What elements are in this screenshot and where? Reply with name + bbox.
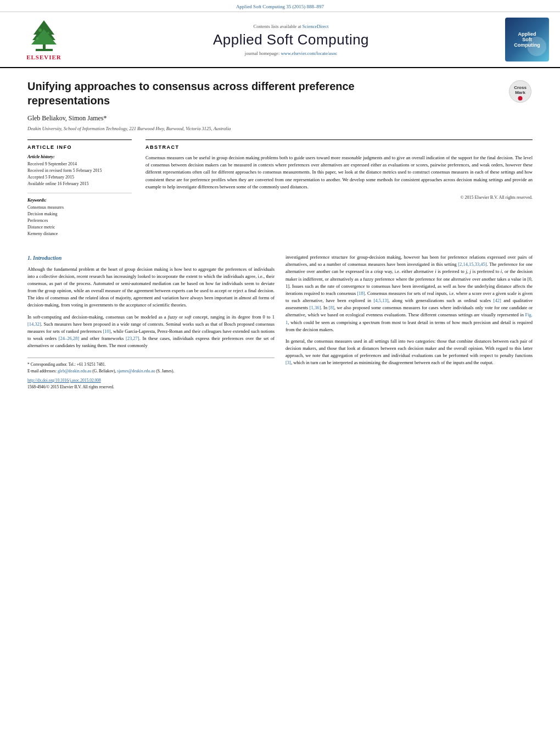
intro-para2: In soft-computing and decision-making, c… [27, 314, 275, 350]
abstract-section: ABSTRACT Consensus measures can be usefu… [145, 140, 533, 243]
title-area: Cross Mark Unifying approaches to consen… [27, 79, 533, 108]
svg-point-6 [47, 32, 49, 34]
keywords-label: Keywords: [27, 198, 132, 203]
svg-text:Cross: Cross [514, 85, 527, 90]
copyright-text: © 2015 Elsevier B.V. All rights reserved… [145, 195, 533, 200]
footnote-emails: E-mail addresses: gleb@deakin.edu.au (G.… [27, 368, 275, 374]
authors-line: Gleb Beliakov, Simon James* [27, 114, 533, 122]
intro-para3: investigated preference structure for gr… [285, 254, 533, 333]
svg-point-7 [36, 37, 38, 40]
paper-title: Unifying approaches to consensus across … [27, 79, 412, 108]
keywords-section: Keywords: Consensus measures Decision ma… [27, 198, 132, 237]
journal-header: ELSEVIER Contents lists available at Sci… [0, 12, 560, 68]
abstract-heading: ABSTRACT [145, 144, 533, 150]
email1-link[interactable]: gleb@deakin.edu.au [58, 369, 91, 373]
footnote-area: * Corresponding author. Tel.: +61 3 9251… [27, 358, 275, 374]
keyword-2: Decision making [27, 211, 132, 217]
journal-center: Contents lists available at ScienceDirec… [77, 24, 505, 56]
section1-heading: 1. Introduction [27, 254, 275, 263]
history-label: Article history: [27, 154, 132, 159]
article-info-heading: ARTICLE INFO [27, 144, 132, 150]
intro-para1: Although the fundamental problem at the … [27, 266, 275, 309]
intro-para4: In general, the consensus measures used … [285, 338, 533, 367]
keyword-1: Consensus measures [27, 204, 132, 211]
elsevier-brand-text: ELSEVIER [26, 54, 61, 60]
journal-title: Applied Soft Computing [77, 31, 505, 48]
logo-line1: Applied [518, 31, 536, 37]
contents-line: Contents lists available at ScienceDirec… [77, 24, 505, 29]
journal-ref-text: Applied Soft Computing 35 (2015) 888–897 [236, 4, 324, 9]
elsevier-tree-icon [24, 19, 65, 52]
keyword-5: Kemeny distance [27, 231, 132, 237]
info-divider [27, 193, 132, 193]
svg-point-5 [38, 29, 42, 32]
abstract-text: Consensus measures can be useful in grou… [145, 154, 533, 191]
journal-ref-link[interactable]: Applied Soft Computing 35 (2015) 888–897 [236, 4, 324, 9]
svg-rect-1 [36, 49, 53, 51]
svg-text:Mark: Mark [515, 90, 525, 95]
doi-area: http://dx.doi.org/10.1016/j.asoc.2015.02… [27, 377, 275, 390]
journal-logo-box: Applied Soft Computing [505, 18, 549, 62]
homepage-link[interactable]: www.elsevier.com/locate/asoc [281, 51, 337, 56]
logo-line3: Computing [514, 42, 540, 48]
journal-homepage: journal homepage: www.elsevier.com/locat… [77, 51, 505, 56]
footnote-star: * Corresponding author. Tel.: +61 3 9251… [27, 361, 275, 367]
right-column: investigated preference structure for gr… [285, 254, 533, 390]
affiliation-text: Deakin University, School of Information… [27, 126, 533, 131]
crossmark-badge[interactable]: Cross Mark [508, 79, 533, 105]
main-content: 1. Introduction Although the fundamental… [27, 254, 533, 390]
article-history: Article history: Received 9 September 20… [27, 154, 132, 187]
authors-text: Gleb Beliakov, Simon James* [27, 114, 107, 122]
keyword-3: Preferences [27, 217, 132, 224]
sciencedirect-link[interactable]: ScienceDirect [303, 24, 329, 29]
paper-body: Cross Mark Unifying approaches to consen… [0, 68, 560, 401]
article-info-abstract: ARTICLE INFO Article history: Received 9… [27, 140, 533, 243]
available-date: Available online 16 February 2015 [27, 181, 132, 187]
issn-text: 1568-4946/© 2015 Elsevier B.V. All right… [27, 384, 114, 389]
top-bar: Applied Soft Computing 35 (2015) 888–897 [0, 0, 560, 12]
received-date: Received 9 September 2014 [27, 161, 132, 168]
keyword-4: Distance metric [27, 224, 132, 231]
left-column: 1. Introduction Although the fundamental… [27, 254, 275, 390]
doi-link[interactable]: http://dx.doi.org/10.1016/j.asoc.2015.02… [27, 378, 101, 383]
accepted-date: Accepted 5 February 2015 [27, 174, 132, 181]
elsevier-logo: ELSEVIER [11, 19, 77, 60]
svg-point-11 [518, 96, 523, 101]
email2-link[interactable]: sjames@deakin.edu.au [117, 369, 155, 373]
received-revised-date: Received in revised form 5 February 2015 [27, 168, 132, 174]
logo-line2: Soft [522, 37, 532, 42]
crossmark-icon: Cross Mark [508, 79, 533, 104]
article-info-section: ARTICLE INFO Article history: Received 9… [27, 140, 132, 243]
